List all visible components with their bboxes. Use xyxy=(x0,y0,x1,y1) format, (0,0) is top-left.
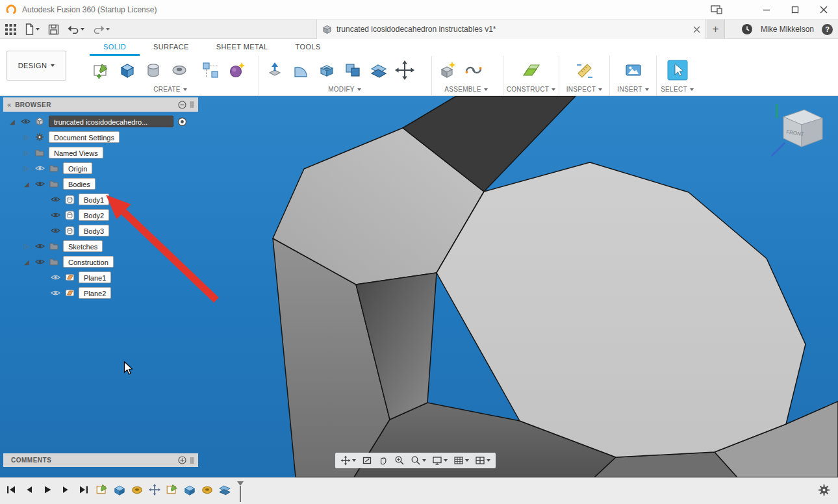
construction-plane-button[interactable] xyxy=(521,60,542,81)
visibility-eye-icon[interactable] xyxy=(34,179,45,189)
insert-image-button[interactable] xyxy=(623,60,644,81)
undo-button[interactable] xyxy=(68,19,84,39)
maximize-button[interactable] xyxy=(781,0,809,19)
tree-label-sketches[interactable]: Sketches xyxy=(63,240,103,252)
timeline-feature-extrude2[interactable] xyxy=(183,483,197,497)
create-sketch-button[interactable] xyxy=(91,60,112,81)
comments-bar[interactable]: COMMENTS xyxy=(3,453,198,467)
tree-label-named-views[interactable]: Named Views xyxy=(49,147,103,158)
move-button[interactable] xyxy=(394,60,415,81)
form-button[interactable] xyxy=(226,60,247,81)
construct-group-label[interactable]: CONSTRUCT xyxy=(503,86,559,93)
look-at-button[interactable] xyxy=(362,455,372,466)
combine-button[interactable] xyxy=(342,60,363,81)
tab-tools[interactable]: TOOLS xyxy=(282,39,335,56)
timeline-feature-revolve1[interactable] xyxy=(130,483,144,497)
save-button[interactable] xyxy=(48,19,59,39)
visibility-eye-off-icon[interactable] xyxy=(50,272,60,283)
expander-open-icon[interactable] xyxy=(23,258,31,266)
offset-face-button[interactable] xyxy=(368,60,389,81)
view-cube[interactable]: FRONT xyxy=(768,101,828,161)
inspect-group-label[interactable]: INSPECT xyxy=(559,86,609,93)
visibility-eye-icon[interactable] xyxy=(34,241,45,251)
document-tab[interactable]: truncated icosidodecahedron instructable… xyxy=(316,19,706,39)
comments-grip[interactable] xyxy=(190,457,192,464)
tab-surface[interactable]: SURFACE xyxy=(140,39,203,56)
redo-button[interactable] xyxy=(93,19,110,39)
box-button[interactable] xyxy=(117,60,138,81)
minimize-button[interactable] xyxy=(752,0,781,19)
cylinder-button[interactable] xyxy=(143,60,164,81)
help-button[interactable]: ? xyxy=(822,24,833,35)
expander-open-icon[interactable] xyxy=(8,118,16,125)
viewport-3d[interactable]: FRONT « BROWSER xyxy=(0,96,838,477)
close-button[interactable] xyxy=(809,0,838,19)
desktop-connector-icon[interactable] xyxy=(711,5,722,14)
tree-label-bodies[interactable]: Bodies xyxy=(63,178,95,190)
tree-label-plane1[interactable]: Plane1 xyxy=(79,271,111,283)
pan-button[interactable] xyxy=(340,455,356,466)
timeline-feature-move[interactable] xyxy=(147,483,162,497)
file-menu-button[interactable] xyxy=(25,19,40,39)
visibility-eye-icon[interactable] xyxy=(34,257,45,267)
select-button[interactable] xyxy=(667,60,688,81)
workspace-selector-button[interactable]: DESIGN xyxy=(6,51,66,81)
expander-closed-icon[interactable] xyxy=(23,149,31,157)
panel-minus-icon[interactable] xyxy=(178,101,186,109)
visibility-eye-off-icon[interactable] xyxy=(50,288,60,298)
play-button[interactable] xyxy=(40,483,55,497)
tree-label-body3[interactable]: Body3 xyxy=(79,225,109,236)
orbit-button[interactable] xyxy=(378,455,388,466)
timeline-settings-gear-icon[interactable] xyxy=(818,484,830,496)
measure-button[interactable] xyxy=(574,60,595,81)
user-name[interactable]: Mike Mikkelson xyxy=(761,25,814,34)
tree-label-document-settings[interactable]: Document Settings xyxy=(49,131,120,143)
timeline-feature-thicken[interactable] xyxy=(218,483,232,497)
select-group-label[interactable]: SELECT xyxy=(657,86,698,93)
browser-header[interactable]: « BROWSER xyxy=(3,97,198,112)
tree-label-construction[interactable]: Construction xyxy=(63,256,114,268)
visibility-eye-icon[interactable] xyxy=(20,116,31,127)
viewports-button[interactable] xyxy=(475,455,490,466)
tab-sheet-metal[interactable]: SHEET METAL xyxy=(203,39,282,56)
grid-display-button[interactable] xyxy=(453,455,469,466)
collapse-panel-icon[interactable]: « xyxy=(7,101,11,108)
assemble-group-label[interactable]: ASSEMBLE xyxy=(432,86,500,93)
expander-closed-icon[interactable] xyxy=(23,165,31,172)
notifications-clock-icon[interactable] xyxy=(741,23,753,35)
comments-plus-icon[interactable] xyxy=(178,456,186,464)
panel-grip[interactable] xyxy=(190,101,192,108)
tree-label-body1[interactable]: Body1 xyxy=(79,194,109,205)
timeline-feature-extrude1[interactable] xyxy=(112,483,127,497)
visibility-eye-off-icon[interactable] xyxy=(34,163,45,173)
fit-button[interactable] xyxy=(411,455,426,466)
display-settings-button[interactable] xyxy=(432,455,448,466)
new-document-tab-button[interactable]: + xyxy=(707,19,725,39)
zoom-in-button[interactable] xyxy=(394,455,405,466)
step-forward-button[interactable] xyxy=(58,483,73,497)
tab-solid[interactable]: SOLID xyxy=(90,39,140,56)
document-close-icon[interactable] xyxy=(693,26,700,33)
press-pull-button[interactable] xyxy=(264,60,285,81)
visibility-eye-icon[interactable] xyxy=(50,210,60,220)
create-group-label[interactable]: CREATE xyxy=(86,86,255,93)
tree-label-root[interactable]: truncated icosidodecahedro... xyxy=(49,116,173,127)
torus-button[interactable] xyxy=(169,60,190,81)
activate-component-radio[interactable] xyxy=(177,117,187,127)
insert-group-label[interactable]: INSERT xyxy=(610,86,656,93)
timeline-feature-revolve2[interactable] xyxy=(200,483,214,497)
joint-button[interactable] xyxy=(463,60,484,81)
pattern-button[interactable] xyxy=(200,60,221,81)
modify-group-label[interactable]: MODIFY xyxy=(259,86,430,93)
skip-to-start-button[interactable] xyxy=(4,483,18,497)
tree-label-body2[interactable]: Body2 xyxy=(79,209,109,221)
timeline-feature-sketch1[interactable] xyxy=(95,483,109,497)
expander-open-icon[interactable] xyxy=(23,181,31,188)
app-grid-button[interactable] xyxy=(5,19,16,39)
tree-label-plane2[interactable]: Plane2 xyxy=(79,287,111,299)
skip-to-end-button[interactable] xyxy=(77,483,91,497)
visibility-eye-icon[interactable] xyxy=(50,194,60,205)
expander-closed-icon[interactable] xyxy=(23,134,31,141)
visibility-eye-icon[interactable] xyxy=(50,225,60,236)
new-component-button[interactable] xyxy=(437,60,458,81)
